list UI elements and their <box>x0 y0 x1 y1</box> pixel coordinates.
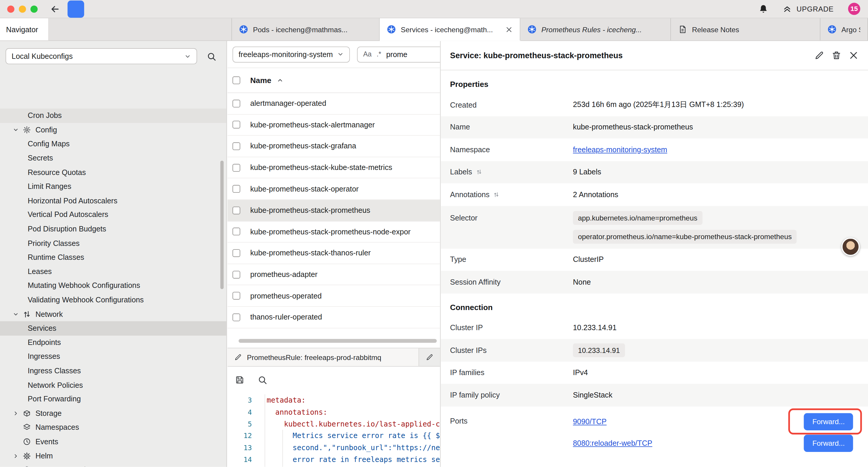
sidebar-item-horizontal-pod-autoscalers[interactable]: Horizontal Pod Autoscalers <box>0 194 226 208</box>
regex-toggle[interactable]: .* <box>377 51 381 58</box>
row-checkbox[interactable] <box>232 99 240 107</box>
clock-icon <box>23 437 31 446</box>
bell-icon[interactable] <box>758 4 769 14</box>
table-row[interactable]: prometheus-operated <box>227 286 440 307</box>
table-row[interactable]: thanos-ruler-operated <box>227 307 440 328</box>
sort-ascending-icon[interactable] <box>277 77 283 83</box>
delete-icon[interactable] <box>831 51 841 61</box>
sidebar-item-access-control[interactable]: Access Control <box>0 463 226 467</box>
table-row-selected[interactable]: kube-prometheus-stack-prometheus <box>227 200 440 221</box>
sidebar-item-leases[interactable]: Leases <box>0 265 226 279</box>
row-checkbox[interactable] <box>232 143 240 150</box>
sidebar-item-ingress-classes[interactable]: Ingress Classes <box>0 363 226 378</box>
search-icon[interactable] <box>207 51 217 61</box>
row-checkbox[interactable] <box>232 206 240 214</box>
sidebar-item-services[interactable]: Services <box>0 321 226 335</box>
row-checkbox[interactable] <box>232 313 240 321</box>
sidebar-item-limit-ranges[interactable]: Limit Ranges <box>0 179 226 194</box>
editor-tab-prometheusrule[interactable]: PrometheusRule: freeleaps-prod-rabbitmq <box>227 348 419 366</box>
sidebar-item-events[interactable]: Events <box>0 435 226 449</box>
table-row[interactable]: kube-prometheus-stack-thanos-ruler <box>227 243 440 264</box>
expand-annotations-icon[interactable] <box>493 192 500 198</box>
table-row[interactable]: alertmanager-operated <box>227 93 440 114</box>
row-checkbox[interactable] <box>232 164 240 171</box>
sidebar-item-network[interactable]: Network <box>0 307 226 321</box>
editor-search-button[interactable] <box>257 375 267 385</box>
close-window-button[interactable] <box>7 5 14 12</box>
editor-tab-partial[interactable] <box>419 348 440 366</box>
document-icon <box>678 25 687 34</box>
port-link-8080[interactable]: 8080:reloader-web/TCP <box>573 439 652 447</box>
port-line-9090: 9090/TCP Forward... <box>573 413 859 430</box>
table-row[interactable]: kube-prometheus-stack-grafana <box>227 136 440 157</box>
match-case-toggle[interactable]: Aa <box>363 51 372 58</box>
table-row[interactable]: kube-prometheus-stack-prometheus-node-ex… <box>227 222 440 243</box>
minimize-window-button[interactable] <box>19 5 26 12</box>
sidebar-item-port-forwarding[interactable]: Port Forwarding <box>0 392 226 406</box>
property-row-labels: Labels 9 Labels <box>440 161 868 183</box>
notification-badge[interactable]: 15 <box>848 3 860 15</box>
sidebar-item-config-maps[interactable]: Config Maps <box>0 137 226 151</box>
search-query-text: prome <box>386 50 407 59</box>
kubernetes-icon <box>387 25 396 34</box>
save-button[interactable] <box>235 375 245 385</box>
name-column-header[interactable]: Name <box>250 76 271 85</box>
back-arrow-icon[interactable] <box>50 4 61 14</box>
sidebar-item-vertical-pod-autoscalers[interactable]: Vertical Pod Autoscalers <box>0 208 226 222</box>
yaml-editor[interactable]: 3 metadata: 4 annotations: 5 kubectl.kub… <box>227 392 440 467</box>
sidebar-item-helm[interactable]: Helm <box>0 449 226 463</box>
tab-release-notes[interactable]: Release Notes <box>671 18 820 40</box>
sidebar-item-config[interactable]: Config <box>0 123 226 137</box>
sidebar-item-runtime-classes[interactable]: Runtime Classes <box>0 250 226 265</box>
zoom-window-button[interactable] <box>30 5 37 12</box>
property-row-created: Created 253d 16h 6m ago (2025年1月13日 GMT+… <box>440 94 868 116</box>
tab-prometheus-rules[interactable]: Prometheus Rules - icecheng... <box>520 18 671 40</box>
table-row[interactable]: kube-prometheus-stack-operator <box>227 178 440 200</box>
row-checkbox[interactable] <box>232 185 240 193</box>
avatar[interactable] <box>841 238 860 256</box>
kubeconfig-selector[interactable]: Local Kubeconfigs <box>6 48 197 64</box>
sidebar-item-ingresses[interactable]: Ingresses <box>0 349 226 363</box>
row-checkbox[interactable] <box>232 228 240 236</box>
sidebar-item-priority-classes[interactable]: Priority Classes <box>0 236 226 250</box>
sidebar-item-resource-quotas[interactable]: Resource Quotas <box>0 165 226 179</box>
tab-services[interactable]: Services - icecheng@math... <box>380 18 520 40</box>
sidebar-item-validating-webhook-configurations[interactable]: Validating Webhook Configurations <box>0 293 226 307</box>
row-checkbox[interactable] <box>232 292 240 300</box>
connection-row-cluster-ip: Cluster IP 10.233.14.91 <box>440 317 868 339</box>
port-link-9090[interactable]: 9090/TCP <box>573 417 607 426</box>
tab-pods[interactable]: Pods - icecheng@mathmas... <box>231 18 380 40</box>
row-checkbox[interactable] <box>232 121 240 128</box>
tab-argo[interactable]: Argo S <box>820 18 868 40</box>
sidebar-item-endpoints[interactable]: Endpoints <box>0 335 226 350</box>
sidebar-item-pod-disruption-budgets[interactable]: Pod Disruption Budgets <box>0 222 226 236</box>
navigator-sidebar: Local Kubeconfigs Cron Jobs Config Confi… <box>0 41 227 467</box>
namespace-filter-select[interactable]: freeleaps-monitoring-system <box>232 46 350 62</box>
namespace-link[interactable]: freeleaps-monitoring-system <box>573 145 667 154</box>
close-icon[interactable] <box>848 51 859 61</box>
sidebar-item-storage[interactable]: Storage <box>0 406 226 420</box>
forward-port-button[interactable]: Forward... <box>804 413 853 430</box>
search-input[interactable]: Aa .* prome <box>357 46 440 62</box>
table-row[interactable]: prometheus-adapter <box>227 264 440 285</box>
expand-labels-icon[interactable] <box>476 169 482 175</box>
sidebar-item-secrets[interactable]: Secrets <box>0 151 226 165</box>
table-row[interactable]: kube-prometheus-stack-alertmanager <box>227 114 440 136</box>
sidebar-item-cron-jobs[interactable]: Cron Jobs <box>0 109 226 123</box>
sidebar-item-mutating-webhook-configurations[interactable]: Mutating Webhook Configurations <box>0 279 226 293</box>
sidebar-item-network-policies[interactable]: Network Policies <box>0 378 226 392</box>
table-row[interactable]: kube-prometheus-stack-kube-state-metrics <box>227 157 440 178</box>
edit-icon[interactable] <box>814 51 824 61</box>
storage-icon <box>23 409 31 417</box>
horizontal-scrollbar[interactable] <box>239 339 437 343</box>
upgrade-button[interactable]: UPGRADE <box>783 4 834 13</box>
row-checkbox[interactable] <box>232 249 240 257</box>
select-all-checkbox[interactable] <box>232 77 240 84</box>
navigator-panel-tab[interactable]: Navigator <box>0 18 49 40</box>
forward-port-button[interactable]: Forward... <box>804 435 853 451</box>
row-checkbox[interactable] <box>232 270 240 278</box>
forward-arrow-icon[interactable] <box>68 0 84 18</box>
sidebar-item-namespaces[interactable]: Namespaces <box>0 420 226 435</box>
close-tab-icon[interactable] <box>505 26 513 33</box>
vertical-scrollbar[interactable] <box>220 160 224 289</box>
